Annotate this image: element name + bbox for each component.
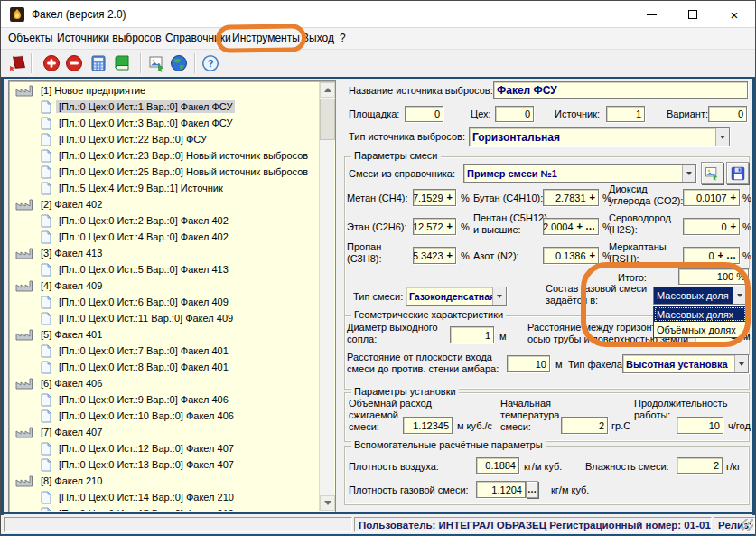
report-button[interactable]	[147, 53, 167, 73]
tree-item[interactable]: [Пл.:0 Цех:0 Ист.:3 Вар.:0] Факел ФСУ	[10, 115, 319, 131]
mix-type-combobox[interactable]: Газоконденсатная	[406, 287, 507, 306]
spin-up-button[interactable]: +	[447, 221, 453, 231]
tree-group[interactable]: [8] Факел 210	[10, 473, 319, 489]
menu-references[interactable]: Справочники	[165, 32, 231, 44]
source-name-input[interactable]: Факел ФСУ	[493, 81, 748, 99]
tree-item[interactable]: [Пл.:0 Цех:0 Ист.:14 Вар.:0] Факел 210	[10, 489, 319, 505]
spin-up-button[interactable]: +	[590, 193, 595, 202]
tree-item[interactable]: [Пл.:0 Цех:0 Ист.:10 Вар.:0] Факел 406	[10, 408, 319, 424]
ellipsis-button[interactable]: …	[585, 221, 595, 231]
spin-up-button[interactable]: +	[718, 250, 723, 260]
spin-up-button[interactable]: +	[590, 250, 595, 260]
add-source-button[interactable]	[42, 53, 61, 73]
menu-sources[interactable]: Источники выбросов	[57, 32, 162, 44]
document-icon	[41, 312, 51, 325]
chevron-down-icon[interactable]	[682, 165, 695, 182]
tree-item[interactable]: [Пл.:5 Цех:4 Ист.:9 Вар.:1] Источник	[10, 180, 319, 196]
methane-value: 7.1529	[413, 193, 443, 203]
maximize-button[interactable]	[672, 1, 714, 28]
composition-mode-combobox[interactable]: Массовых доля	[653, 287, 747, 305]
scrollbar-thumb[interactable]	[320, 99, 335, 140]
reference-book-button[interactable]	[112, 53, 132, 73]
spin-up-button[interactable]: +	[447, 193, 453, 202]
menu-objects[interactable]: Объекты	[8, 32, 53, 44]
initial-temp-input[interactable]: 2	[561, 417, 608, 434]
close-button[interactable]: ×	[714, 1, 755, 28]
variant-input[interactable]: 0	[708, 106, 747, 122]
butane-input[interactable]: 2.7831+	[543, 189, 599, 206]
help-button[interactable]: ?	[201, 53, 220, 73]
tree-item[interactable]: [Пл.:0 Цех:0 Ист.:2 Вар.:0] Факел 402	[10, 212, 319, 229]
chevron-down-icon[interactable]	[492, 287, 506, 305]
scroll-down-button[interactable]	[320, 495, 335, 511]
exit-red-book-button[interactable]	[8, 53, 28, 73]
tree-item[interactable]: [Пл.:0 Цех:0 Ист.:8 Вар.:0] Факел 401	[10, 359, 319, 375]
tree-item[interactable]: [Пл.:0 Цех:0 Ист.:1 Вар.:0] Факел ФСУ	[10, 99, 319, 115]
mixture-save-button[interactable]	[726, 162, 749, 184]
source-number-input[interactable]: 1	[606, 106, 645, 122]
chevron-down-icon[interactable]	[733, 287, 746, 304]
nozzle-diameter-input[interactable]: 1	[450, 326, 494, 343]
dropdown-option-volume[interactable]: Объёмных долях	[654, 322, 746, 337]
dropdown-option-mass[interactable]: Массовых долях	[654, 306, 746, 322]
h2s-input[interactable]: 0+	[683, 218, 740, 235]
menu-tools[interactable]: Инструменты	[232, 32, 300, 44]
mixture-ref-combobox[interactable]: Пример смеси №1	[463, 164, 696, 183]
tree-item[interactable]: [Пл.:0 Цех:0 Ист.:22 Вар.:0] ФСУ	[10, 131, 319, 147]
mixture-report-button[interactable]	[701, 162, 723, 184]
tree-group[interactable]: [3] Факел 413	[10, 245, 319, 261]
humidity-input[interactable]: 2	[677, 457, 723, 474]
scroll-up-button[interactable]	[320, 82, 335, 98]
internet-button[interactable]	[169, 53, 189, 73]
tree-group[interactable]: [4] Факел 409	[10, 277, 319, 294]
tree-group[interactable]: [1] Новое предприятие	[10, 82, 319, 99]
spin-up-button[interactable]: +	[731, 193, 736, 202]
tree-item[interactable]: [Пл.:0 Цех:0 Ист.:11 Вар.:0] Факел 409	[10, 310, 319, 326]
methane-input[interactable]: 7.1529+	[413, 189, 456, 206]
tree-group[interactable]: [2] Факел 402	[10, 196, 319, 212]
tree-item[interactable]: [Пл.:0 Цех:0 Ист.:7 Вар.:0] Факел 401	[10, 343, 319, 359]
co2-input[interactable]: 0.0107+	[683, 189, 740, 206]
chevron-down-icon[interactable]	[715, 128, 729, 146]
calculator-button[interactable]	[89, 53, 108, 73]
gas-density-ellipsis-button[interactable]: …	[526, 481, 538, 498]
remove-source-button[interactable]	[64, 53, 84, 73]
pentane-input[interactable]: 2.0004+…	[543, 218, 599, 235]
tree-item[interactable]: [Пл.:0 Цех:0 Ист.:15 Вар.:0] Факел 210	[10, 505, 319, 511]
menu-exit[interactable]: Выход	[302, 32, 334, 44]
air-density-input[interactable]: 0.1884	[476, 457, 519, 474]
ethane-input[interactable]: 12.572+	[413, 218, 456, 235]
tree-item[interactable]: [Пл.:0 Цех:0 Ист.:4 Вар.:0] Факел 402	[10, 229, 319, 245]
chevron-down-icon[interactable]	[734, 355, 748, 372]
shop-input[interactable]: 0	[495, 106, 534, 122]
site-input[interactable]: 0	[405, 106, 443, 122]
tree-scrollbar[interactable]	[319, 82, 334, 511]
flare-type-combobox[interactable]: Высотная установка	[622, 354, 749, 373]
mercaptans-input[interactable]: 0+…	[683, 247, 740, 264]
tree-group[interactable]: [7] Факел 407	[10, 424, 319, 440]
tree-group[interactable]: [6] Факел 406	[10, 375, 319, 391]
source-type-combobox[interactable]: Горизонтальная	[469, 127, 730, 146]
nitrogen-input[interactable]: 0.1386+	[543, 247, 599, 264]
tree-item[interactable]: [Пл.:0 Цех:0 Ист.:9 Вар.:0] Факел 406	[10, 391, 319, 408]
propane-input[interactable]: 5.3423+	[413, 247, 456, 264]
duration-input[interactable]: 10	[677, 417, 723, 434]
spin-up-button[interactable]: +	[447, 250, 453, 260]
minimize-button[interactable]	[630, 1, 672, 28]
spin-up-button[interactable]: +	[731, 221, 736, 231]
tree-item[interactable]: [Пл.:0 Цех:0 Ист.:13 Вар.:0] Факел 407	[10, 456, 319, 473]
tree-item[interactable]: [Пл.:0 Цех:0 Ист.:25 Вар.:0] Новый источ…	[10, 164, 319, 180]
tree-item[interactable]: [Пл.:0 Цех:0 Ист.:5 Вар.:0] Факел 413	[10, 261, 319, 277]
tree-item[interactable]: [Пл.:0 Цех:0 Ист.:12 Вар.:0] Факел 407	[10, 440, 319, 456]
resize-grip[interactable]	[742, 519, 753, 531]
flow-rate-input[interactable]: 1.12345	[403, 417, 453, 434]
tree-item[interactable]: [Пл.:0 Цех:0 Ист.:23 Вар.:0] Новый источ…	[10, 147, 319, 164]
gas-density-input[interactable]: 1.1204	[476, 481, 526, 498]
inlet-distance-input[interactable]: 10	[507, 355, 550, 372]
tree-item[interactable]: [Пл.:0 Цех:0 Ист.:6 Вар.:0] Факел 409	[10, 294, 319, 310]
tree-group[interactable]: [5] Факел 401	[10, 326, 319, 343]
toolbar-separator	[194, 53, 196, 73]
ellipsis-button[interactable]: …	[726, 250, 736, 260]
menu-help[interactable]: ?	[340, 32, 346, 44]
spin-up-button[interactable]: +	[577, 221, 583, 231]
